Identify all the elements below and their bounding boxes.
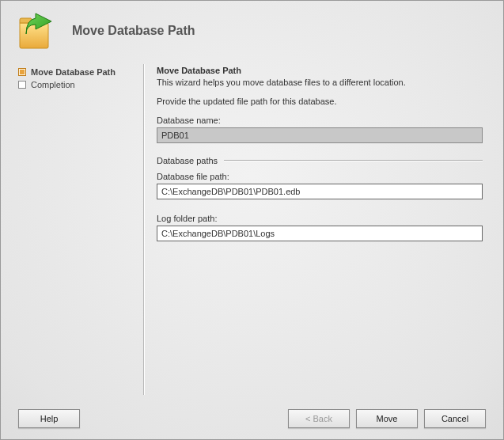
- back-button: < Back: [288, 409, 350, 428]
- group-label: Database paths: [157, 156, 218, 165]
- wizard-dialog: Move Database Path Move Database Path Co…: [0, 0, 504, 440]
- move-folder-icon: [15, 9, 58, 53]
- main-panel: Move Database Path This wizard helps you…: [157, 64, 503, 395]
- intro-text: This wizard helps you move database file…: [157, 77, 483, 88]
- dialog-header: Move Database Path: [1, 1, 503, 64]
- database-file-path-label: Database file path:: [157, 172, 483, 181]
- page-heading: Move Database Path: [157, 66, 483, 75]
- database-name-label: Database name:: [157, 116, 483, 125]
- step-completion: Completion: [18, 78, 143, 91]
- step-active-icon: [18, 68, 26, 76]
- button-bar: Help < Back Move Cancel: [18, 409, 486, 428]
- move-button[interactable]: Move: [356, 409, 418, 428]
- database-paths-group: Database paths: [157, 156, 483, 165]
- step-inactive-icon: [18, 81, 26, 89]
- database-file-path-input[interactable]: [157, 184, 483, 199]
- step-move-database-path: Move Database Path: [18, 66, 143, 78]
- group-divider-line: [224, 160, 483, 161]
- log-folder-path-label: Log folder path:: [157, 214, 483, 223]
- database-name-field: [157, 127, 483, 143]
- cancel-button[interactable]: Cancel: [424, 409, 486, 428]
- log-folder-path-input[interactable]: [157, 226, 483, 241]
- step-label: Move Database Path: [31, 67, 116, 77]
- step-label: Completion: [31, 80, 75, 89]
- help-button[interactable]: Help: [18, 409, 80, 428]
- dialog-body: Move Database Path Completion Move Datab…: [1, 64, 503, 395]
- vertical-divider: [143, 64, 144, 395]
- wizard-steps: Move Database Path Completion: [18, 64, 143, 395]
- prompt-text: Provide the updated file path for this d…: [157, 96, 483, 107]
- dialog-title: Move Database Path: [72, 24, 195, 38]
